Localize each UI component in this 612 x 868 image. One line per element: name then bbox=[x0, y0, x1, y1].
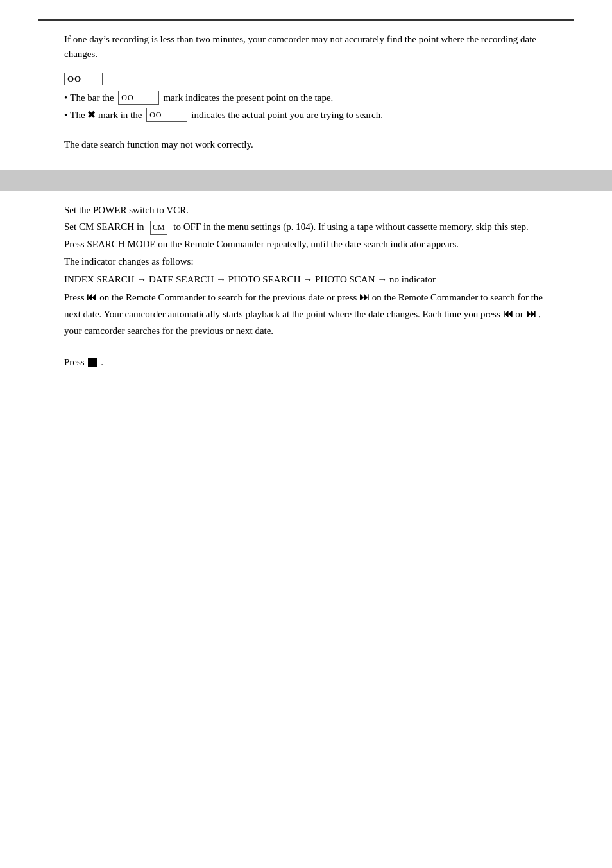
bullet-dot-2: • bbox=[64, 108, 67, 123]
caution-note: The date search function may not work co… bbox=[64, 137, 548, 152]
step-5-text-before: Press bbox=[64, 292, 87, 302]
bullet-list: • The bar the OO mark indicates the pres… bbox=[64, 91, 548, 122]
step-4-text: The indicator changes as follows: bbox=[64, 256, 194, 266]
bullet-text-the-2: The bbox=[70, 108, 87, 123]
bullet-text-after-2: indicates the actual point you are tryin… bbox=[189, 108, 383, 123]
step-4: The indicator changes as follows: bbox=[64, 254, 548, 270]
stop-period: . bbox=[101, 357, 103, 367]
stop-label: Press bbox=[64, 357, 85, 367]
stop-icon bbox=[88, 358, 97, 367]
steps-section: Set the POWER switch to VCR. Set CM SEAR… bbox=[64, 202, 548, 339]
bullet-text-before-1: The bar the bbox=[70, 91, 116, 105]
arrow-sequence-text: INDEX SEARCH → DATE SEARCH → PHOTO SEARC… bbox=[64, 274, 436, 284]
arrow-sequence: INDEX SEARCH → DATE SEARCH → PHOTO SEARC… bbox=[64, 272, 548, 287]
inline-indicator-1: OO bbox=[118, 91, 158, 105]
step-3-text: Press SEARCH MODE on the Remote Commande… bbox=[64, 239, 459, 249]
step-1-text: Set the POWER switch to VCR. bbox=[64, 205, 189, 215]
ffwd-icon-2: ⏭ bbox=[526, 308, 536, 319]
step-3: Press SEARCH MODE on the Remote Commande… bbox=[64, 236, 548, 252]
note-paragraph: If one day’s recording is less than two … bbox=[64, 32, 548, 61]
stop-section: Press . bbox=[64, 357, 548, 368]
ffwd-icon: ⏭ bbox=[359, 291, 370, 302]
step-5-text-or: or bbox=[515, 309, 525, 319]
step-1: Set the POWER switch to VCR. bbox=[64, 202, 548, 218]
page: If one day’s recording is less than two … bbox=[0, 0, 612, 868]
indicator-area: OO bbox=[64, 73, 548, 85]
step-2-text-before: Set CM SEARCH in bbox=[64, 221, 146, 232]
rewind-icon-2: ⏮ bbox=[503, 308, 513, 319]
step-5: Press ⏮ on the Remote Commander to searc… bbox=[64, 289, 548, 339]
step-5-text-middle: on the Remote Commander to search for th… bbox=[99, 292, 359, 302]
x-mark-icon: ✖ bbox=[87, 108, 96, 123]
bullet-item-2: • The ✖ mark in the OO indicates the act… bbox=[64, 108, 548, 123]
step-2: Set CM SEARCH in CM to OFF in the menu s… bbox=[64, 219, 548, 235]
rewind-icon: ⏮ bbox=[87, 291, 97, 302]
step-2-text-after: to OFF in the menu settings (p. 104). If… bbox=[171, 221, 529, 232]
bullet-text-after-1: mark indicates the present point on the … bbox=[161, 91, 334, 105]
top-rule bbox=[38, 19, 574, 21]
bullet-item-1: • The bar the OO mark indicates the pres… bbox=[64, 91, 548, 105]
bullet-dot-1: • bbox=[64, 91, 67, 105]
cm-icon: CM bbox=[150, 221, 167, 235]
indicator-icon: OO bbox=[67, 74, 81, 83]
bullet-text-mark-2: mark in the bbox=[96, 108, 144, 123]
inline-indicator-2: OO bbox=[146, 108, 187, 122]
section-bar bbox=[0, 170, 612, 191]
indicator-box-standalone: OO bbox=[64, 73, 103, 85]
